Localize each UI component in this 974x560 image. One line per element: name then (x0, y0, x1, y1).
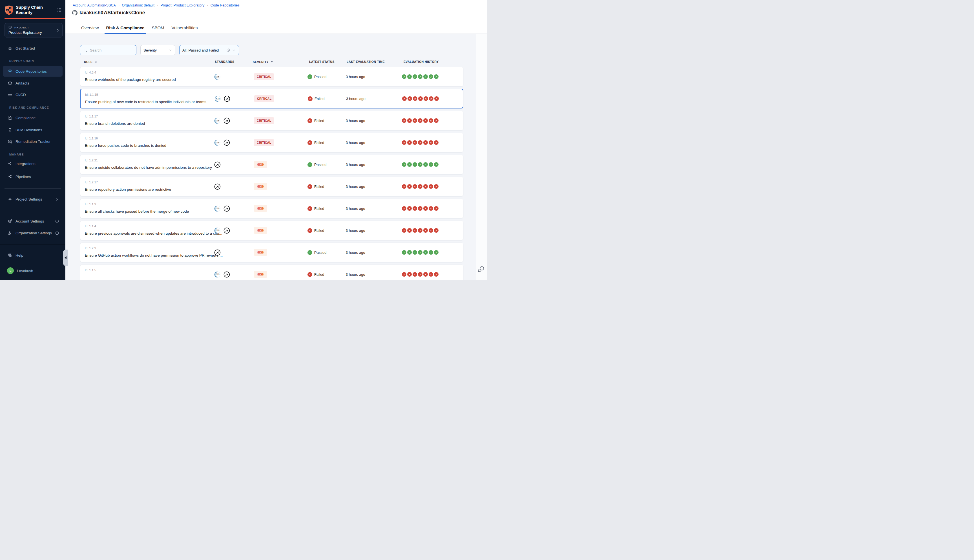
status-cell: ✓Passed (307, 67, 326, 86)
table-row[interactable]: Id: 1.1.16Ensure force pushes code to br… (80, 133, 463, 152)
rule-name: Ensure outside collaborators do not have… (85, 165, 212, 170)
rule-id: Id: 1.1.17 (85, 115, 98, 118)
sidebar-item-ci-cd[interactable]: CI/CD (3, 89, 63, 100)
history-fail-icon: ✕ (423, 184, 428, 189)
home-icon (8, 46, 12, 51)
table-row[interactable]: Id: 1.1.5CISHIGH✕Failed3 hours ago✕✕✕✕✕✕… (80, 265, 463, 280)
history-fail-icon: ✕ (418, 184, 422, 189)
history-fail-icon: ✕ (429, 140, 433, 145)
sidebar-item-organization-settings[interactable]: Organization Settings (3, 228, 63, 238)
status-label: Failed (314, 272, 324, 277)
evaluation-time: 3 hours ago (346, 177, 365, 196)
rule-name: Ensure all checks have passed before the… (85, 209, 189, 213)
avatar: L (7, 267, 14, 274)
sidebar-item-pipelines[interactable]: Pipelines (3, 171, 63, 182)
tab-risk-compliance[interactable]: Risk & Compliance (105, 25, 146, 34)
brand-shield-logo (5, 5, 13, 15)
search-input[interactable] (89, 48, 133, 53)
status-filter-label: All: Passed and Failed (182, 48, 219, 52)
history-fail-icon: ✕ (413, 228, 417, 233)
history-fail-icon: ✕ (407, 96, 412, 101)
evaluation-time: 3 hours ago (346, 111, 365, 130)
evaluation-history: ✓✓✓✓✓✓✓ (402, 67, 439, 86)
table-row[interactable]: Id: 1.1.4Ensure previous approvals are d… (80, 220, 463, 240)
history-fail-icon: ✕ (402, 140, 406, 145)
table-row[interactable]: Id: 1.2.9Ensure GitHub action workflows … (80, 243, 463, 262)
sidebar-item-help[interactable]: ? Help (3, 250, 63, 260)
sidebar-item-rule-definitions[interactable]: Rule Definitions (3, 125, 63, 135)
status-cell: ✓Passed (307, 243, 326, 262)
history-fail-icon: ✕ (434, 206, 439, 211)
rules-table: Id: 4.3.4Ensure webhooks of the package … (80, 67, 463, 280)
search-box[interactable] (80, 45, 137, 55)
sidebar-item-compliance[interactable]: Compliance (3, 112, 63, 123)
evaluation-history: ✕✕✕✕✕✕✕ (402, 133, 439, 152)
sidebar-item-account-settings[interactable]: Account Settings (3, 216, 63, 227)
sidebar-item-remediation-tracker[interactable]: Remediation Tracker (3, 136, 63, 147)
standard-icon-cis: CIS (214, 73, 221, 80)
standards-cell: CIS (214, 221, 230, 240)
sidebar-collapse-handle[interactable] (63, 250, 68, 266)
severity-filter-dropdown[interactable]: Severity (140, 45, 175, 55)
history-fail-icon: ✕ (418, 118, 422, 123)
rule-id: Id: 1.2.17 (85, 180, 98, 184)
breadcrumb-link[interactable]: Account: Automation-SSCA (73, 3, 116, 7)
box-wrench-icon (8, 139, 12, 144)
table-row[interactable]: Id: 1.1.15Ensure pushing of new code is … (80, 89, 463, 108)
history-pass-icon: ✓ (434, 250, 439, 255)
sidebar-item-artifacts[interactable]: Artifacts (3, 78, 63, 88)
status-filter-dropdown[interactable]: All: Passed and Failed (179, 45, 239, 55)
passed-icon: ✓ (307, 162, 312, 167)
history-fail-icon: ✕ (418, 272, 422, 277)
table-row[interactable]: Id: 1.2.17Ensure repository action permi… (80, 177, 463, 196)
history-pass-icon: ✓ (434, 74, 439, 79)
gear-icon (8, 197, 12, 202)
breadcrumb-separator: › (118, 4, 120, 7)
severity-badge: HIGH (254, 205, 267, 212)
project-selector[interactable]: PROJECT Product Exploratory (5, 23, 63, 37)
evaluation-history: ✓✓✓✓✓✓✓ (402, 243, 439, 262)
nodes-icon (8, 162, 12, 166)
status-label: Failed (314, 228, 324, 233)
history-fail-icon: ✕ (413, 206, 417, 211)
breadcrumb-link[interactable]: Code Repositories (210, 3, 240, 7)
tab-vulnerabilities[interactable]: Vulnerabilities (170, 25, 200, 34)
severity-cell: HIGH (254, 177, 267, 196)
table-row[interactable]: Id: 1.2.21Ensure outside collaborators d… (80, 155, 463, 174)
standard-icon-bird (214, 249, 221, 256)
sidebar-item-project-settings[interactable]: Project Settings (3, 194, 63, 205)
standards-cell: CIS (214, 67, 221, 86)
tab-sbom[interactable]: SBOM (150, 25, 166, 34)
severity-cell: CRITICAL (254, 67, 274, 86)
history-pass-icon: ✓ (429, 162, 433, 167)
column-header-rule[interactable]: RULE (84, 60, 98, 64)
main-area: Account: Automation-SSCA›Organization: d… (65, 0, 487, 280)
rule-id: Id: 1.1.5 (85, 268, 96, 272)
history-fail-icon: ✕ (434, 118, 439, 123)
sort-icon[interactable] (94, 60, 98, 64)
tab-overview[interactable]: Overview (80, 25, 101, 34)
breadcrumb-link[interactable]: Organization: default (122, 3, 154, 7)
evaluation-time: 3 hours ago (346, 199, 365, 218)
table-row[interactable]: Id: 4.3.4Ensure webhooks of the package … (80, 67, 463, 87)
breadcrumb-link[interactable]: Project: Product Exploratory (161, 3, 205, 7)
history-fail-icon: ✕ (429, 96, 434, 101)
rule-id: Id: 1.1.16 (85, 137, 98, 140)
sidebar-item-code-repositories[interactable]: Code Repositories (3, 66, 63, 77)
rule-name: Ensure force pushes code to branches is … (85, 143, 166, 148)
column-header-severity[interactable]: SEVERITY (253, 60, 274, 64)
sidebar-item-integrations[interactable]: Integrations (3, 158, 63, 169)
chat-support-icon[interactable] (478, 266, 485, 273)
sort-desc-icon[interactable] (270, 60, 274, 64)
table-row[interactable]: Id: 1.1.9Ensure all checks have passed b… (80, 198, 463, 218)
status-cell: ✕Failed (307, 199, 324, 218)
sidebar-item-get-started[interactable]: Get Started (3, 43, 63, 53)
table-header: RULESTANDARDSSEVERITYLATEST STATUSLAST E… (80, 60, 478, 66)
status-cell: ✕Failed (307, 111, 324, 130)
sidebar-user[interactable]: L Lavakush (3, 265, 63, 276)
table-row[interactable]: Id: 1.1.17Ensure branch deletions are de… (80, 111, 463, 130)
clear-filter-icon[interactable] (226, 48, 230, 52)
brand-title: Supply Chain Security (16, 5, 43, 15)
app-grid-icon[interactable] (57, 8, 62, 12)
clipboard-check-icon (8, 128, 12, 132)
